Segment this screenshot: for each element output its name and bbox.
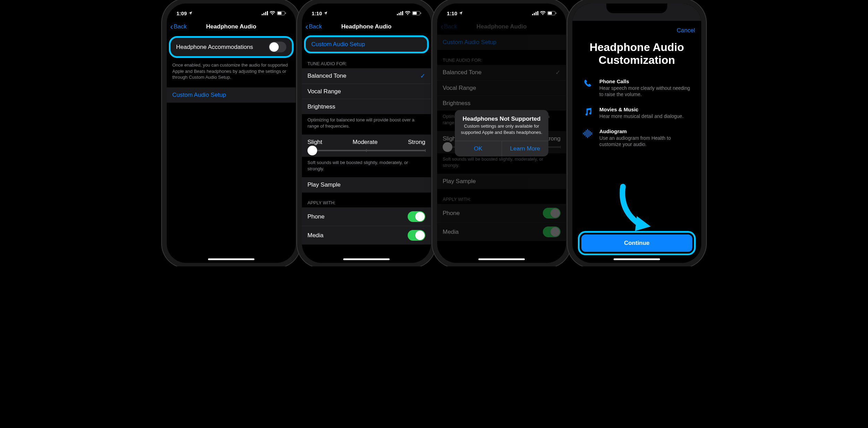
slider-label-slight: Slight (307, 139, 322, 146)
alert-message: Custom settings are only available for s… (455, 123, 548, 141)
custom-setup-label: Custom Audio Setup (172, 92, 226, 99)
headphone-accommodations-row[interactable]: Headphone Accommodations (169, 36, 294, 58)
headphone-accommodations-toggle[interactable] (269, 42, 286, 52)
slider-footer: Soft sounds will be boosted slightly, mo… (302, 157, 431, 174)
tutorial-arrow-icon (616, 183, 658, 232)
apply-media-row[interactable]: Media (302, 226, 431, 245)
audiogram-icon (582, 128, 594, 147)
back-label: Back (309, 23, 322, 30)
apply-media-toggle[interactable] (408, 230, 425, 241)
chevron-left-icon: ‹ (170, 23, 173, 31)
status-time: 1:10 (312, 10, 322, 16)
home-indicator[interactable] (208, 258, 254, 260)
option-label: Vocal Range (307, 88, 341, 95)
svg-rect-12 (413, 12, 417, 15)
tune-option-brightness[interactable]: Brightness (302, 99, 431, 114)
customization-sheet: Cancel Headphone Audio Customization Pho… (572, 22, 701, 263)
status-time: 1:09 (176, 10, 187, 16)
apply-phone-row[interactable]: Phone (302, 207, 431, 226)
chevron-left-icon: ‹ (305, 23, 308, 31)
slider-label-moderate: Moderate (353, 139, 377, 146)
feature-title: Audiogram (599, 128, 692, 134)
checkmark-icon: ✓ (420, 72, 425, 80)
location-icon (323, 11, 328, 15)
tune-option-balanced[interactable]: Balanced Tone ✓ (302, 68, 431, 84)
settings-content: Custom Audio Setup TUNE AUDIO FOR: Balan… (302, 35, 431, 263)
tune-header: TUNE AUDIO FOR: (302, 53, 431, 68)
feature-phone-calls: Phone Calls Hear speech more clearly wit… (572, 76, 701, 104)
svg-rect-2 (265, 12, 266, 15)
custom-audio-setup-button[interactable]: Custom Audio Setup (167, 87, 296, 103)
wifi-icon (405, 11, 410, 15)
alert-overlay: Headphones Not Supported Custom settings… (437, 3, 566, 263)
feature-desc: Hear more musical detail and dialogue. (599, 113, 684, 119)
toggle-footer: Once enabled, you can customize the audi… (167, 59, 296, 83)
continue-highlight: Continue (578, 231, 696, 255)
apply-phone-toggle[interactable] (408, 211, 425, 222)
feature-audiogram: Audiogram Use an audiogram from Health t… (572, 126, 701, 154)
feature-title: Phone Calls (599, 78, 692, 84)
play-sample-button[interactable]: Play Sample (302, 177, 431, 192)
feature-desc: Use an audiogram from Health to customiz… (599, 135, 692, 147)
svg-rect-8 (399, 13, 400, 15)
phone-screen-3: 1:10 ‹ Back Headphone Audio Custom Audio… (437, 3, 566, 263)
back-button[interactable]: ‹ Back (170, 23, 187, 31)
alert-dialog: Headphones Not Supported Custom settings… (455, 110, 548, 156)
cancel-button[interactable]: Cancel (677, 27, 695, 34)
wifi-icon (270, 11, 275, 15)
custom-setup-label: Custom Audio Setup (311, 41, 365, 48)
battery-icon (412, 11, 421, 15)
svg-rect-6 (285, 12, 286, 14)
back-button[interactable]: ‹ Back (305, 23, 322, 31)
svg-rect-9 (400, 12, 401, 15)
option-label: Brightness (307, 103, 335, 110)
svg-rect-1 (263, 13, 264, 15)
cellular-icon (397, 11, 403, 15)
phone-icon (582, 78, 594, 97)
apply-header: APPLY WITH: (302, 192, 431, 207)
alert-title: Headphones Not Supported (455, 110, 548, 123)
cellular-icon (262, 11, 268, 15)
home-indicator[interactable] (614, 258, 660, 260)
custom-audio-setup-button[interactable]: Custom Audio Setup (304, 35, 429, 53)
svg-rect-5 (278, 12, 281, 15)
continue-button[interactable]: Continue (581, 234, 692, 252)
nav-bar: ‹ Back Headphone Audio (302, 19, 431, 35)
music-icon (582, 106, 594, 119)
phone-screen-4: 1:11 Cancel Headphone Audio Customizatio… (572, 3, 701, 263)
svg-rect-3 (267, 11, 268, 15)
home-indicator[interactable] (343, 258, 390, 260)
continue-label: Continue (624, 240, 650, 246)
location-icon (188, 11, 192, 15)
option-label: Balanced Tone (307, 72, 346, 79)
svg-rect-7 (397, 14, 398, 15)
toggle-label: Headphone Accommodations (176, 44, 253, 51)
notch (606, 3, 667, 13)
phone-screen-1: 1:09 ‹ Back Headphone Audio Headphone Ac… (167, 3, 296, 263)
phone-screen-2: 1:10 ‹ Back Headphone Audio Custom Audio… (302, 3, 431, 263)
notch (201, 3, 262, 13)
svg-rect-10 (402, 11, 403, 15)
intensity-slider-row: Slight Moderate Strong (302, 135, 431, 157)
feature-desc: Hear speech more clearly without needing… (599, 85, 692, 97)
play-sample-label: Play Sample (307, 181, 340, 188)
nav-bar: ‹ Back Headphone Audio (167, 19, 296, 35)
intensity-slider[interactable] (307, 150, 425, 151)
alert-ok-button[interactable]: OK (455, 141, 502, 156)
tune-footer: Optimizing for balanced tone will provid… (302, 114, 431, 131)
feature-title: Movies & Music (599, 106, 684, 112)
alert-learn-more-button[interactable]: Learn More (502, 141, 549, 156)
apply-label: Media (307, 232, 323, 239)
page-title: Headphone Audio (206, 23, 257, 30)
page-title: Headphone Audio (341, 23, 392, 30)
sheet-title: Headphone Audio Customization (572, 39, 701, 76)
settings-content: Headphone Accommodations Once enabled, y… (167, 35, 296, 263)
svg-rect-0 (262, 14, 263, 15)
svg-rect-13 (420, 12, 421, 14)
notch (336, 3, 397, 13)
feature-movies-music: Movies & Music Hear more musical detail … (572, 104, 701, 126)
battery-icon (277, 11, 286, 15)
apply-label: Phone (307, 213, 324, 220)
tune-option-vocal[interactable]: Vocal Range (302, 84, 431, 99)
back-label: Back (174, 23, 187, 30)
